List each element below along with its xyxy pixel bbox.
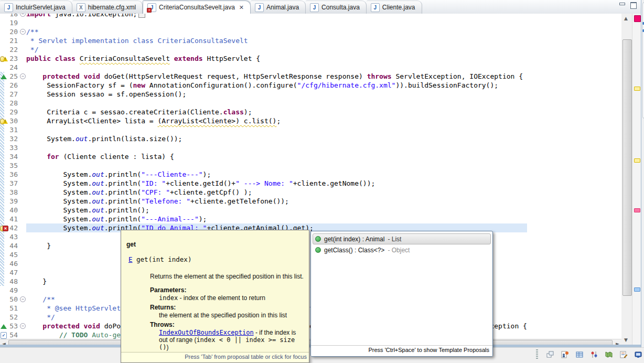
code-line-20[interactable]: 20/**: [0, 27, 527, 36]
public-method-icon: [315, 236, 321, 242]
tab-label: Cliente.java: [382, 4, 415, 11]
code-line-41[interactable]: 41 System.out.println("---Animal---");: [0, 215, 527, 223]
code-line-31[interactable]: 31: [0, 125, 527, 134]
java-file-error-icon: J×: [147, 3, 156, 12]
scroll-right-icon[interactable]: ►: [616, 341, 619, 345]
overview-ruler[interactable]: [632, 14, 641, 345]
search-view-icon[interactable]: [560, 350, 570, 359]
fold-column: [19, 170, 26, 179]
code-line-29[interactable]: 29 Criteria c = sessao.createCriteria(Cl…: [0, 108, 527, 116]
close-tab-icon[interactable]: ✕: [239, 4, 244, 11]
range-indicator: [0, 232, 4, 241]
maximize-view-icon[interactable]: [630, 2, 637, 8]
code-line-25[interactable]: 25 protected void doGet(HttpServletReque…: [0, 72, 527, 81]
code-line-21[interactable]: 21 * Servlet implementation class Criter…: [0, 36, 527, 45]
type-parameter-link[interactable]: E: [128, 255, 133, 263]
warning-marker-icon[interactable]: [3, 119, 8, 124]
line-number: 31: [4, 125, 19, 134]
scroll-left-icon[interactable]: ◄: [2, 341, 6, 345]
fold-collapse-icon[interactable]: [19, 322, 26, 330]
line-number: 26: [4, 81, 19, 90]
code-line-22[interactable]: 22 */: [0, 45, 527, 54]
line-number: 40: [4, 206, 19, 215]
fold-collapse-icon[interactable]: [19, 295, 26, 304]
range-indicator: [0, 36, 4, 45]
proposal-item[interactable]: getClass() : Class<?> - Object: [313, 244, 491, 255]
code-line-26[interactable]: 26 SessionFactory sf = (new AnnotationCo…: [0, 81, 527, 90]
code-line-33[interactable]: 33: [0, 143, 527, 152]
eclipse-editor-window: JIncluirServlet.javaXhibernate.cfg.xmlJ×…: [0, 0, 644, 363]
line-number: 37: [4, 179, 19, 188]
restore-views-icon[interactable]: [545, 350, 555, 359]
editor-tab-hibernate.cfg.xml[interactable]: Xhibernate.cfg.xml: [72, 1, 143, 14]
code-line-36[interactable]: 36 System.out.println("---Cliente---");: [0, 170, 527, 179]
proposal-item[interactable]: get(int index) : Animal - List: [313, 233, 491, 244]
scroll-up-icon[interactable]: ▲: [624, 16, 628, 21]
error-marker-icon[interactable]: ✕: [3, 226, 8, 231]
code-line-35[interactable]: 35: [0, 161, 527, 170]
editor-tab-bar: JIncluirServlet.javaXhibernate.cfg.xmlJ×…: [0, 0, 644, 15]
editor-tab-IncluirServlet.java[interactable]: JIncluirServlet.java: [0, 1, 72, 14]
code-line-34[interactable]: 34 for (Cliente cliente : lista) {: [0, 152, 527, 161]
tray-drag-handle[interactable]: [536, 349, 538, 360]
fold-collapse-icon[interactable]: [19, 14, 26, 18]
overview-error-marker[interactable]: [634, 208, 640, 212]
code-line-38[interactable]: 38 System.out.println("CPF: "+cliente.ge…: [0, 188, 527, 197]
editor-tab-Cliente.java[interactable]: JCliente.java: [367, 1, 422, 14]
overview-task-marker[interactable]: [634, 287, 640, 292]
java-file-icon: J: [4, 3, 13, 12]
code-text: [26, 125, 527, 134]
range-indicator: [0, 161, 4, 170]
override-indicator-icon[interactable]: [1, 324, 7, 329]
code-line-23[interactable]: 23public class CriteriaConsultaSevelt ex…: [0, 54, 527, 63]
sync-view-icon[interactable]: [589, 350, 599, 359]
fold-collapse-icon[interactable]: [19, 27, 26, 36]
editor-tab-Consulta.java[interactable]: JConsulta.java: [306, 1, 367, 14]
code-line-39[interactable]: 39 System.out.println("Telefone: "+clien…: [0, 197, 527, 206]
code-text: [26, 99, 527, 108]
overview-error-header-marker[interactable]: [634, 15, 641, 22]
code-text: Criteria c = sessao.createCriteria(Clien…: [26, 108, 527, 116]
fold-collapse-icon[interactable]: [19, 72, 26, 81]
line-number: 43: [4, 232, 19, 241]
task-marker-icon[interactable]: ✓: [1, 332, 7, 339]
fold-column: [19, 250, 26, 259]
code-line-37[interactable]: 37 System.out.println("ID: "+cliente.get…: [0, 179, 527, 188]
code-line-19[interactable]: 19: [0, 18, 527, 27]
scroll-down-icon[interactable]: ▼: [624, 337, 628, 343]
map-view-icon[interactable]: [604, 350, 614, 359]
override-indicator-icon[interactable]: [1, 74, 7, 79]
template-view-icon[interactable]: [619, 350, 628, 359]
vertical-scrollbar-thumb[interactable]: [622, 39, 632, 296]
warning-marker-icon[interactable]: [3, 57, 8, 61]
code-line-32[interactable]: 32 System.out.println(lista.size());: [0, 134, 527, 143]
vertical-scrollbar[interactable]: ▲ ▼: [621, 14, 632, 345]
range-indicator: [0, 170, 4, 179]
fold-column: [19, 90, 26, 99]
xml-file-icon: X: [77, 3, 85, 12]
code-line-40[interactable]: 40 System.out.println();: [0, 206, 527, 215]
overview-warning-marker[interactable]: [634, 158, 640, 163]
javadoc-footer-hint[interactable]: Press 'Tab' from proposal table or click…: [121, 352, 309, 362]
code-line-28[interactable]: 28: [0, 99, 527, 108]
code-line-18[interactable]: 18import java.io.IOException;: [0, 14, 527, 18]
table-view-icon[interactable]: [575, 350, 584, 359]
proposal-label: get(int index) : Animal: [324, 236, 384, 243]
right-panel-edge: [641, 0, 644, 363]
exception-link[interactable]: IndexOutOfBoundsException: [159, 329, 254, 336]
code-line-24[interactable]: 24: [0, 63, 527, 72]
console-view-icon[interactable]: [634, 350, 643, 359]
javadoc-body: get E get(int index) Returns the element…: [121, 230, 309, 352]
range-indicator: [0, 152, 4, 161]
fold-column: [19, 63, 26, 72]
editor-tab-Animal.java[interactable]: JAnimal.java: [251, 1, 306, 14]
range-indicator: [0, 81, 4, 90]
code-line-27[interactable]: 27 Session sessao = sf.openSession();: [0, 90, 527, 99]
range-indicator: [0, 215, 4, 223]
editor-tab-CriteriaConsultaSevelt.java[interactable]: J×CriteriaConsultaSevelt.java✕: [143, 1, 251, 14]
collapsed-region-icon[interactable]: [138, 14, 145, 18]
javadoc-section-entry: IndexOutOfBoundsException - if the index…: [159, 329, 304, 351]
minimize-view-icon[interactable]: [619, 2, 626, 8]
code-line-30[interactable]: 30 ArrayList<Cliente> lista = (ArrayList…: [0, 116, 527, 125]
overview-warning-marker[interactable]: [634, 87, 640, 91]
